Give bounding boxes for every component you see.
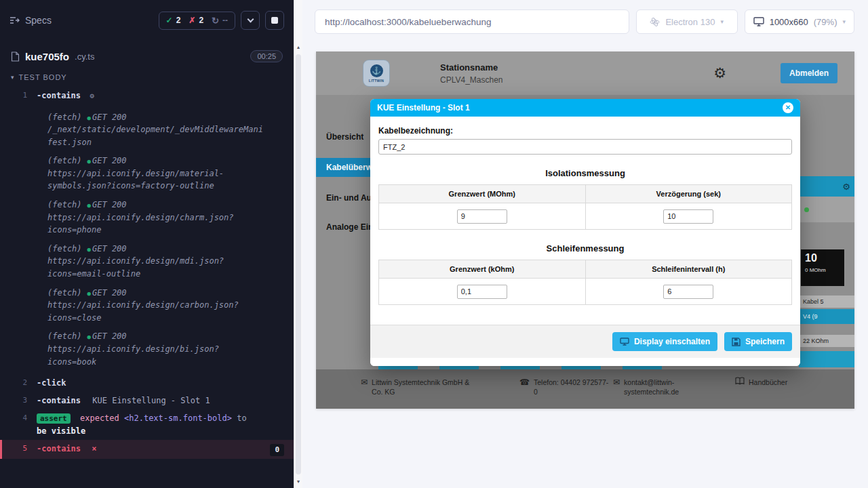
scrollbar-thumb[interactable] bbox=[296, 54, 301, 474]
modal-bottom-padding bbox=[370, 358, 800, 366]
spec-file-icon bbox=[11, 52, 20, 62]
command-number: 3 bbox=[0, 394, 37, 407]
footer-email[interactable]: ✉ kontakt@littwin-systemtechnik.de bbox=[613, 378, 692, 396]
command-name: contains bbox=[37, 91, 81, 100]
spacer bbox=[370, 305, 800, 325]
runner-toolbar: http://localhost:3000/kabelueberwachung … bbox=[302, 0, 868, 43]
loop-limit-input[interactable] bbox=[457, 285, 507, 299]
app-footer: ✉ Littwin Systemtechnik GmbH & Co. KG ☎ … bbox=[316, 369, 854, 409]
loop-table: Grenzwert (kOhm) Schleifenintervall (h) bbox=[378, 260, 792, 305]
loop-col2-header: Schleifenintervall (h) bbox=[585, 260, 792, 279]
fail-x-icon: × bbox=[92, 444, 96, 453]
network-log: (fetch)●GET 200 https://api.iconify.desi… bbox=[0, 199, 294, 237]
test-stats: ✓ 2 ✗ 2 ↻ -- bbox=[159, 12, 235, 30]
assert-expected: expected bbox=[80, 413, 119, 423]
stat-passed: ✓ 2 bbox=[166, 16, 181, 25]
chevron-down-icon: ▾ bbox=[842, 18, 846, 25]
app-header: ⚓ LITTWIN Stationsname CPLV4_Maschen ⚙ A… bbox=[316, 52, 854, 95]
display-on-button[interactable]: Display einschalten bbox=[612, 332, 717, 351]
viewport-size: 1000x660 bbox=[770, 17, 808, 27]
viewport-selector[interactable]: 1000x660 (79%) ▾ bbox=[745, 9, 854, 34]
modal-footer: Display einschalten Speichern bbox=[370, 325, 800, 358]
isolation-delay-input[interactable] bbox=[663, 209, 713, 224]
reporter-scrollbar[interactable]: ▲ ▼ bbox=[294, 0, 302, 488]
command-row-assert[interactable]: 4 assert expected <h2.text-sm.font-bold>… bbox=[0, 409, 294, 440]
aut-panel: http://localhost:3000/kabelueberwachung … bbox=[302, 0, 868, 488]
specs-label: Specs bbox=[25, 15, 52, 26]
nav-item-uebersicht[interactable]: Übersicht bbox=[326, 132, 363, 142]
command-row-failed[interactable]: 5 contains × 0 bbox=[0, 440, 294, 460]
stat-pending: ↻ -- bbox=[212, 16, 228, 26]
gear-icon[interactable]: ⚙ bbox=[842, 182, 850, 192]
stop-icon bbox=[271, 17, 278, 24]
table-row bbox=[379, 279, 792, 305]
viewport-zoom: (79%) bbox=[814, 17, 837, 27]
command-argument: KUE Einstellung - Slot 1 bbox=[92, 396, 210, 405]
measurement-unit: 0 MOhm bbox=[805, 267, 840, 273]
monitor-icon bbox=[753, 17, 764, 26]
assert-selector: <h2.text-sm.font-bold> bbox=[124, 413, 232, 423]
network-log: (fetch)●GET 200 https://api.iconify.desi… bbox=[0, 330, 294, 368]
book-icon bbox=[735, 377, 745, 385]
anchor-icon: ⚓ bbox=[370, 64, 383, 77]
app-under-test: ⚓ LITTWIN Stationsname CPLV4_Maschen ⚙ A… bbox=[316, 52, 854, 409]
save-button[interactable]: Speichern bbox=[724, 332, 792, 351]
footer-manuals[interactable]: Handbücher bbox=[735, 378, 787, 387]
settings-gear-icon[interactable]: ⚙ bbox=[713, 65, 726, 81]
footer-company: ✉ Littwin Systemtechnik GmbH & Co. KG bbox=[361, 378, 481, 396]
test-body-section-toggle[interactable]: ▾ TEST BODY bbox=[0, 69, 294, 87]
close-icon[interactable]: ✕ bbox=[783, 102, 793, 113]
aut-stage: ⚓ LITTWIN Stationsname CPLV4_Maschen ⚙ A… bbox=[302, 43, 868, 488]
spec-name: kue705fo bbox=[25, 51, 69, 62]
monitor-icon bbox=[620, 338, 629, 346]
browser-selector[interactable]: Electron 130 ▾ bbox=[636, 9, 738, 34]
command-row[interactable]: 2 click bbox=[0, 374, 294, 392]
modal-title: KUE Einstellung - Slot 1 bbox=[377, 103, 470, 113]
status-dot: ● bbox=[87, 115, 91, 121]
spec-title-row[interactable]: kue705fo .cy.ts 00:25 bbox=[0, 41, 294, 69]
isolation-col1-header: Grenzwert (MOhm) bbox=[379, 185, 586, 203]
command-number: 2 bbox=[0, 377, 37, 389]
cable-label: Kabel 5 bbox=[799, 296, 854, 308]
logout-button[interactable]: Abmelden bbox=[781, 63, 837, 83]
cable-row[interactable]: V4 (9 bbox=[799, 309, 854, 324]
kue-settings-modal: KUE Einstellung - Slot 1 ✕ Kabelbezeichn… bbox=[370, 99, 800, 366]
scroll-up-arrow[interactable]: ▲ bbox=[294, 45, 302, 49]
isolation-section-title: Isolationsmessung bbox=[378, 168, 792, 178]
modal-body: Kabelbezeichnung: Isolationsmessung Gren… bbox=[370, 117, 800, 305]
command-row[interactable]: 3 contains KUE Einstellung - Slot 1 bbox=[0, 392, 294, 409]
status-dot: ● bbox=[87, 246, 91, 253]
cable-button-stub[interactable] bbox=[799, 351, 854, 367]
section-label: TEST BODY bbox=[19, 73, 67, 81]
email-icon: ✉ bbox=[613, 377, 620, 396]
station-info: Stationsname CPLV4_Maschen bbox=[440, 62, 503, 85]
assert-condition: be visible bbox=[37, 426, 85, 436]
isolation-limit-input[interactable] bbox=[457, 209, 507, 224]
refresh-icon: ↻ bbox=[212, 16, 219, 26]
stop-run-button[interactable] bbox=[265, 11, 284, 30]
network-log: (fetch)●GET 200 https://api.iconify.desi… bbox=[0, 243, 294, 281]
isolation-table: Grenzwert (MOhm) Verzögerung (sek) bbox=[378, 184, 792, 230]
phone-icon: ☎ bbox=[519, 377, 530, 396]
network-log: (fetch)●GET 200 /_next/static/developmen… bbox=[0, 111, 294, 149]
company-logo: ⚓ LITTWIN bbox=[363, 60, 389, 86]
reporter-header: Specs ✓ 2 ✗ 2 ↻ -- bbox=[0, 0, 294, 41]
cable-name-input[interactable] bbox=[378, 139, 792, 155]
caret-down-icon: ▾ bbox=[11, 74, 15, 81]
modal-header: KUE Einstellung - Slot 1 ✕ bbox=[370, 99, 800, 117]
url-bar[interactable]: http://localhost:3000/kabelueberwachung bbox=[315, 9, 629, 34]
scroll-down-arrow[interactable]: ▼ bbox=[294, 479, 302, 484]
match-count-badge: 0 bbox=[270, 444, 284, 457]
loop-interval-input[interactable] bbox=[663, 285, 713, 299]
command-row[interactable]: 1 contains ⚙ bbox=[0, 87, 294, 105]
measurement-value: 10 bbox=[805, 252, 840, 264]
collapse-button[interactable] bbox=[241, 11, 260, 30]
device-status-row bbox=[799, 197, 854, 222]
electron-icon bbox=[650, 17, 660, 27]
status-dot: ● bbox=[87, 158, 91, 165]
chevron-down-icon bbox=[247, 16, 254, 23]
cable-reading: 22 KOhm bbox=[799, 335, 854, 347]
floppy-disk-icon bbox=[732, 338, 741, 346]
command-name: contains bbox=[37, 396, 81, 405]
specs-button[interactable]: Specs bbox=[9, 15, 52, 26]
